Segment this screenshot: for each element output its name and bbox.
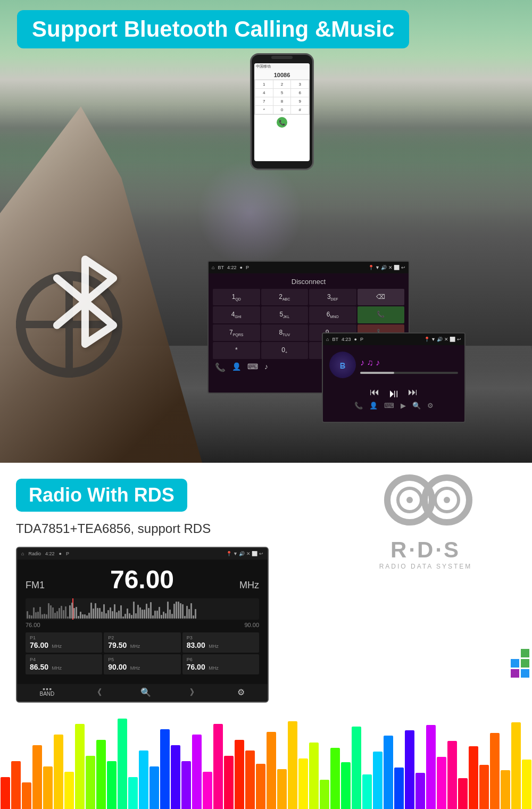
eq-bar-30 [320, 780, 329, 809]
preset-p6[interactable]: P6 76.00 MHz [182, 654, 259, 674]
hu-time-call: 4:22 [227, 265, 237, 270]
hu-music-p: P [360, 337, 363, 342]
music-search-icon[interactable]: 🔍 [412, 402, 421, 410]
rs-time: 4:22 [45, 551, 55, 556]
music-dial-icon[interactable]: ⌨ [384, 402, 394, 410]
radio-unit: MHz [239, 580, 259, 591]
radio-screen: ⌂ Radio 4:22 ● P 📍 ▼ 🔊 ✕ ⬜ ↩ FM1 76.00 M… [16, 547, 269, 703]
eq-bar-44 [469, 746, 478, 809]
freq-start: 76.00 [26, 622, 40, 628]
eq-bar-6 [64, 772, 74, 809]
eq-bar-34 [362, 774, 372, 809]
radio-controls: ■ ■ ■ BAND 《 🔍 》 ⚙ [17, 684, 268, 702]
radio-title: Radio With RDS [29, 484, 174, 506]
hu-key-6: 6MNO [309, 306, 356, 323]
hu-music-bt-label: BT [332, 337, 338, 342]
phone-key-1: 1 [255, 80, 273, 88]
eq-bar-16 [171, 745, 180, 809]
eq-bar-24 [256, 764, 265, 809]
rds-text-logo: R·D·S [335, 537, 516, 563]
phone-call-button[interactable]: 📞 [277, 117, 287, 128]
cs-row-2 [511, 659, 529, 668]
hu-key-4: 4GHI [213, 306, 260, 323]
eq-bar-14 [149, 766, 159, 809]
eq-bar-22 [235, 740, 244, 809]
eq-bar-12 [128, 777, 138, 809]
cs-blue-2 [521, 669, 529, 678]
hu-key-7: 7PQRS [213, 324, 260, 341]
bluetooth-icon-container [32, 250, 138, 372]
prev-track-button[interactable]: ⏮ [370, 387, 379, 401]
hu-key-8: 8TUV [261, 324, 309, 341]
phone-key-6: 6 [291, 89, 309, 97]
radio-frequency: 76.00 [110, 565, 174, 594]
next-track-button[interactable]: ⏭ [408, 387, 418, 401]
eq-bar-20 [213, 724, 223, 809]
bt-glow-circle [197, 160, 303, 266]
svg-point-4 [406, 497, 413, 503]
eq-bar-46 [490, 733, 500, 809]
phone-key-hash: # [291, 106, 309, 114]
hu-dialpad-icon[interactable]: ⌨ [247, 362, 258, 372]
music-play-icon[interactable]: ▶ [401, 402, 406, 410]
music-phone-icon[interactable]: 📞 [354, 402, 363, 410]
radio-freq-labels: 76.00 90.00 [26, 622, 259, 628]
preset-p1[interactable]: P1 76.00 MHz [26, 632, 102, 653]
hu-music-dot: ● [354, 337, 356, 342]
music-playback-controls: ⏮ ⏯ ⏭ [370, 387, 418, 401]
rs-dot: ● [59, 551, 61, 556]
phone-mockup: 中国移动 10086 1 2 3 4 5 6 7 8 9 * 0 # 📞 [250, 53, 314, 170]
eq-bar-23 [245, 750, 255, 809]
eq-bar-1 [11, 761, 21, 809]
eq-bar-32 [341, 762, 351, 809]
phone-dialer: 1 2 3 4 5 6 7 8 9 * 0 # [254, 79, 310, 115]
phone-key-4: 4 [255, 89, 273, 97]
seek-fwd-button[interactable]: 》 [190, 687, 198, 698]
play-pause-button[interactable]: ⏯ [388, 387, 400, 401]
seek-back-button[interactable]: 《 [93, 687, 102, 698]
preset-p5[interactable]: P5 90.00 MHz [104, 654, 180, 674]
phone-key-2: 2 [273, 80, 291, 88]
bluetooth-section: Support Bluetooth Calling &Music 中国移动 10… [0, 0, 532, 463]
preset-p3[interactable]: P3 83.00 MHz [182, 632, 259, 653]
radio-waveform [26, 598, 259, 620]
eq-bar-33 [352, 727, 361, 809]
radio-status-bar: ⌂ Radio 4:22 ● P 📍 ▼ 🔊 ✕ ⬜ ↩ [17, 548, 268, 560]
music-settings-icon[interactable]: ⚙ [427, 402, 434, 410]
phone-key-3: 3 [291, 80, 309, 88]
phone-key-5: 5 [273, 89, 291, 97]
progress-bar-bg [360, 372, 458, 374]
preset-p2[interactable]: P2 79.50 MHz [104, 632, 180, 653]
hu-icons-right: 📍 ▼ 🔊 ✕ ⬜ ↩ [368, 265, 405, 270]
eq-bar-39 [415, 773, 425, 809]
cs-row-1 [511, 649, 529, 657]
hu-call-icon[interactable]: 📞 [215, 362, 226, 372]
eq-bar-27 [288, 721, 297, 809]
eq-bar-5 [54, 735, 63, 809]
phone-key-8: 8 [273, 97, 291, 105]
hu-bt-label: BT [218, 265, 224, 270]
hu-music-nav-icon[interactable]: ♪ [264, 362, 268, 372]
eq-bar-13 [139, 750, 148, 809]
eq-bar-8 [86, 756, 95, 809]
hu-key-call[interactable]: 📞 [358, 306, 405, 323]
rs-right-icons: 📍 ▼ 🔊 ✕ ⬜ ↩ [226, 551, 263, 556]
radio-main: FM1 76.00 MHz 76.00 90.00 P1 76.00 MHzP2… [17, 560, 268, 684]
search-button[interactable]: 🔍 [140, 687, 151, 698]
colored-squares-right [511, 649, 529, 678]
eq-bar-28 [298, 758, 308, 809]
hu-music-bottom: 📞 👤 ⌨ ▶ 🔍 ⚙ [353, 401, 435, 411]
eq-bar-37 [394, 768, 404, 809]
hu-key-1: 1QD [213, 289, 260, 305]
music-contact-icon[interactable]: 👤 [369, 402, 378, 410]
eq-bar-19 [203, 772, 212, 809]
phone-number-display: 10086 [254, 70, 310, 79]
cs-green-1 [521, 649, 529, 657]
hu-contacts-icon[interactable]: 👤 [232, 362, 241, 372]
hu-disconnect-label: Disconnect [211, 276, 406, 288]
preset-p4[interactable]: P4 86.50 MHz [26, 654, 102, 674]
settings-button[interactable]: ⚙ [237, 687, 245, 698]
hu-music-main: ʙ ♪ ♫ ♪ [327, 349, 460, 382]
eq-bar-35 [373, 752, 383, 809]
band-button[interactable]: ■ ■ ■ BAND [40, 687, 55, 698]
